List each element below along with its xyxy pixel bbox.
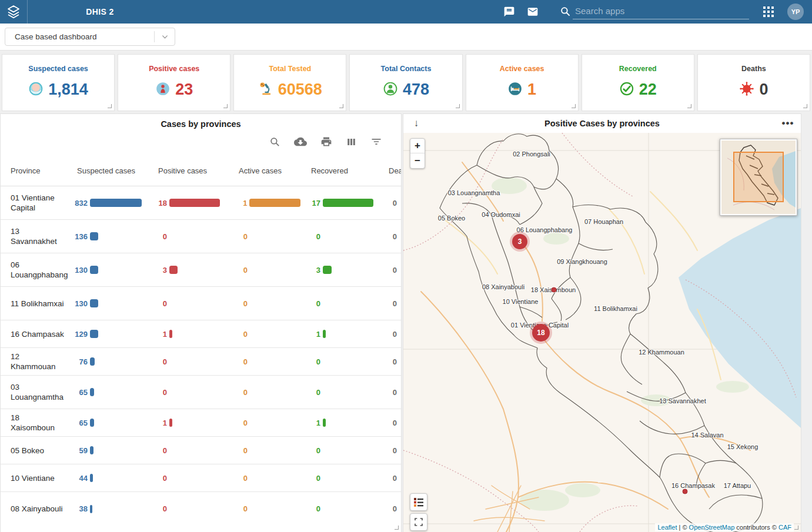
filter-icon[interactable] [370,136,382,150]
map-label-11-bolikhamxai: 11 Bolikhamxai [594,305,637,312]
more-options-icon[interactable]: ••• [775,118,801,129]
suspected-bar [90,266,98,274]
stat-card-value: 1,814 [48,81,88,99]
dashboard-selector[interactable]: Case based dashboard [5,28,175,46]
province-name: 08 Xainyabouli [1,504,68,514]
resize-handle[interactable] [108,104,112,108]
attribution-link[interactable]: CAF [778,524,791,531]
table-row-16-champasak[interactable]: 16 Champasak1291010 [1,320,401,348]
positive-value: 0 [147,357,167,366]
print-icon[interactable] [320,136,332,150]
suspected-bar [90,446,93,454]
deaths-value: 0 [379,504,401,513]
stat-card-total-contacts[interactable]: Total Contacts478 [349,54,462,111]
suspected-value: 76 [68,357,88,366]
resize-handle[interactable] [803,104,807,108]
table-body: 01 Vientiane Capital83218117013 Savannak… [1,186,401,526]
mail-icon[interactable] [526,5,539,18]
suspected-value: 130 [68,266,88,275]
table-search-icon[interactable] [269,136,280,150]
app-title: DHIS 2 [28,7,172,16]
map-zoom-control: + − [410,138,425,169]
stat-card-positive-cases[interactable]: Positive cases23 [118,54,230,111]
recovered-value: 0 [300,357,320,366]
column-header-active-cases[interactable]: Active cases [228,166,300,175]
table-row-06-louangphabang[interactable]: 06 Louangphabang1303030 [1,253,401,287]
table-row-08-xainyabouli[interactable]: 08 Xainyabouli380000 [1,492,401,526]
map-label-03-louangnamtha: 03 Louangnamtha [448,189,500,196]
stat-card-label: Recovered [619,65,657,73]
table-row-03-louangnamtha[interactable]: 03 Louangnamtha650000 [1,376,401,409]
positive-bar [169,330,172,338]
deaths-value: 0 [379,357,401,366]
stat-card-suspected-cases[interactable]: Suspected cases1,814 [2,54,115,111]
map-label-02-phongsali: 02 Phongsali [513,150,550,158]
inset-map-image [721,140,796,214]
table-row-10-vientiane[interactable]: 10 Vientiane440000 [1,464,401,492]
active-bar [249,199,300,207]
attribution-link[interactable]: Leaflet [657,524,677,531]
map-cluster-marker[interactable]: 3 [512,234,527,249]
table-row-13-savannakhet[interactable]: 13 Savannakhet1360000 [1,220,401,253]
resize-handle[interactable] [395,526,399,530]
map-point-marker[interactable] [683,489,688,494]
province-name: 12 Khammouan [1,352,68,372]
column-header-recovered[interactable]: Recovered [300,166,379,175]
suspected-bar [90,474,93,482]
map-canvas[interactable]: + − [403,133,801,532]
map-overview-inset[interactable] [720,139,797,216]
avatar[interactable]: YP [787,4,804,20]
map-panel-title: Positive Cases by provinces [429,119,775,128]
table-row-18-xaisomboun[interactable]: 18 Xaisomboun651010 [1,409,401,437]
search-icon [559,5,572,18]
column-header-deaths[interactable]: Deaths [379,166,401,175]
stat-card-active-cases[interactable]: Active cases1 [466,54,579,111]
cases-table-panel: Cases by provinces ProvinceSuspected cas… [0,113,402,532]
map-label-09-xiangkhouang: 09 Xiangkhouang [557,258,607,265]
active-value: 0 [228,474,248,483]
deaths-value: 0 [379,474,401,483]
province-name: 03 Louangnamtha [1,382,68,402]
columns-icon[interactable] [346,136,357,150]
download-icon[interactable] [294,135,307,150]
messages-icon[interactable] [503,5,516,18]
resize-handle[interactable] [223,104,228,108]
column-header-suspected-cases[interactable]: Suspected cases [68,166,147,175]
stat-card-total-tested[interactable]: Total Tested60568 [233,54,346,111]
resize-handle[interactable] [339,104,343,108]
positive-value: 0 [147,504,167,513]
table-row-12-khammouan[interactable]: 12 Khammouan760000 [1,348,401,376]
province-name: 16 Champasak [1,329,68,339]
recovered-value: 0 [300,446,320,455]
table-row-01-vientiane-capital[interactable]: 01 Vientiane Capital832181170 [1,186,401,220]
positive-bar [169,266,178,274]
fullscreen-button[interactable] [410,513,427,531]
resize-handle[interactable] [687,104,691,108]
resize-handle[interactable] [794,526,798,530]
dhis2-logo[interactable] [0,0,28,24]
legend-button[interactable] [410,493,427,511]
stat-card-deaths[interactable]: Deaths0 [697,54,810,111]
table-row-11-bolikhamxai[interactable]: 11 Bolikhamxai1300000 [1,287,401,320]
column-header-province[interactable]: Province [1,166,68,175]
stat-card-label: Positive cases [149,65,199,73]
download-arrow-icon[interactable]: ↓ [403,118,429,129]
zoom-out-button[interactable]: − [410,153,425,168]
map-cluster-marker[interactable]: 18 [532,324,550,342]
zoom-in-button[interactable]: + [410,139,425,153]
suspected-value: 44 [68,474,88,483]
positive-value: 0 [147,474,167,483]
stat-card-recovered[interactable]: Recovered22 [582,54,694,111]
stat-card-value: 0 [759,81,768,99]
suspected-bar [90,505,92,513]
resize-handle[interactable] [456,104,460,108]
map-point-marker[interactable] [552,287,557,293]
table-row-05-bokeo[interactable]: 05 Bokeo590000 [1,437,401,464]
column-header-positive-cases[interactable]: Positive cases [147,166,228,175]
search-input[interactable] [573,5,749,19]
resize-handle[interactable] [572,104,576,108]
table-header-row: ProvinceSuspected casesPositive casesAct… [1,156,401,186]
deaths-value: 0 [379,419,401,427]
apps-menu-icon[interactable] [762,5,775,18]
attribution-link[interactable]: OpenStreetMap [689,524,735,531]
